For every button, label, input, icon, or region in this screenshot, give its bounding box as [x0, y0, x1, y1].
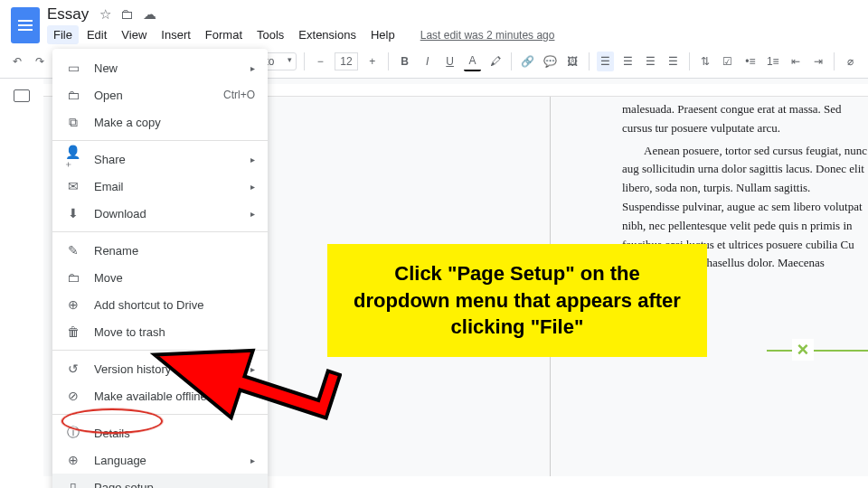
bold-icon[interactable]: B [396, 52, 413, 71]
svg-marker-0 [144, 338, 340, 446]
document-icon: ▭ [65, 60, 81, 76]
menu-item-page-setup[interactable]: ▯ Page setup [52, 474, 268, 488]
menu-item-add-shortcut[interactable]: ⊕ Add shortcut to Drive [52, 291, 268, 318]
italic-icon[interactable]: I [419, 52, 436, 71]
chevron-right-icon: ▸ [250, 455, 255, 465]
undo-icon[interactable]: ↶ [9, 52, 26, 71]
checklist-icon[interactable]: ☑ [719, 52, 736, 71]
menu-insert[interactable]: Insert [155, 25, 197, 44]
menu-edit[interactable]: Edit [80, 25, 113, 44]
highlight-color-icon[interactable]: 🖍 [486, 52, 504, 71]
email-icon: ✉ [65, 178, 81, 194]
clear-format-icon[interactable]: ⌀ [842, 52, 859, 71]
line-spacing-icon[interactable]: ⇅ [696, 52, 713, 71]
annotation-arrow [143, 338, 342, 446]
chevron-right-icon: ▸ [250, 209, 255, 219]
menu-item-rename[interactable]: ✎ Rename [52, 237, 268, 264]
menu-file[interactable]: File [47, 25, 79, 44]
body-paragraph: malesuada. Praesent congue erat at massa… [622, 100, 868, 138]
menu-tools[interactable]: Tools [250, 25, 290, 44]
menu-view[interactable]: View [115, 25, 153, 44]
folder-icon: 🗀 [65, 87, 81, 103]
globe-icon: ⊕ [65, 452, 81, 468]
menu-help[interactable]: Help [364, 25, 401, 44]
menu-item-move[interactable]: 🗀 Move [52, 264, 268, 291]
menu-item-new[interactable]: ▭ New ▸ [52, 54, 268, 81]
menubar: File Edit View Insert Format Tools Exten… [47, 25, 857, 44]
share-icon: 👤⁺ [65, 151, 81, 167]
close-icon[interactable]: × [792, 339, 814, 361]
size-plus-icon[interactable]: + [363, 52, 381, 71]
move-folder-icon: 🗀 [65, 269, 81, 286]
doc-title[interactable]: Essay [47, 5, 89, 23]
star-icon[interactable]: ☆ [99, 6, 111, 23]
menu-item-language[interactable]: ⊕ Language ▸ [52, 446, 268, 474]
align-center-icon[interactable]: ☰ [619, 52, 637, 71]
chevron-right-icon: ▸ [250, 182, 255, 192]
menu-item-download[interactable]: ⬇ Download ▸ [52, 200, 268, 227]
redo-icon[interactable]: ↷ [32, 52, 49, 71]
shortcut-icon: ⊕ [65, 296, 81, 313]
cloud-icon[interactable]: ☁ [143, 6, 156, 23]
image-icon[interactable]: 🖼 [564, 52, 581, 71]
history-icon: ↺ [65, 361, 81, 377]
menu-item-share[interactable]: 👤⁺ Share ▸ [52, 145, 268, 173]
numbered-list-icon[interactable]: 1≡ [764, 52, 781, 71]
rename-icon: ✎ [65, 242, 81, 258]
link-icon[interactable]: 🔗 [519, 52, 536, 71]
text-color-icon[interactable]: A [464, 52, 481, 71]
bulleted-list-icon[interactable]: •≡ [741, 52, 759, 71]
font-size-input[interactable]: 12 [335, 52, 359, 70]
docs-logo[interactable] [11, 7, 40, 43]
menu-item-email[interactable]: ✉ Email ▸ [52, 173, 268, 200]
comment-icon[interactable]: 💬 [542, 52, 559, 71]
copy-icon: ⧉ [65, 114, 81, 130]
last-edit-link[interactable]: Last edit was 2 minutes ago [414, 26, 561, 44]
size-minus-icon[interactable]: − [312, 52, 329, 71]
align-justify-icon[interactable]: ☰ [665, 52, 682, 71]
download-icon: ⬇ [65, 205, 81, 221]
trash-icon: 🗑 [65, 324, 81, 340]
align-right-icon[interactable]: ☰ [642, 52, 659, 71]
section-break: × [767, 350, 868, 352]
info-icon: ⓘ [65, 425, 81, 441]
page-icon: ▯ [65, 479, 81, 488]
chevron-right-icon: ▸ [250, 155, 255, 164]
menu-item-open[interactable]: 🗀 Open Ctrl+O [52, 81, 268, 108]
move-icon[interactable]: 🗀 [120, 6, 134, 23]
menu-item-make-copy[interactable]: ⧉ Make a copy [52, 108, 268, 136]
outline-icon[interactable] [14, 89, 30, 102]
menu-extensions[interactable]: Extensions [292, 25, 363, 44]
menu-format[interactable]: Format [199, 25, 249, 44]
chevron-right-icon: ▸ [250, 63, 255, 73]
indent-icon[interactable]: ⇥ [809, 52, 826, 71]
offline-icon: ⊘ [65, 388, 81, 404]
underline-icon[interactable]: U [441, 52, 458, 71]
outdent-icon[interactable]: ⇤ [787, 52, 804, 71]
align-left-icon[interactable]: ☰ [597, 52, 614, 71]
annotation-callout: Click "Page Setup" on the dropdown menu … [327, 244, 707, 357]
